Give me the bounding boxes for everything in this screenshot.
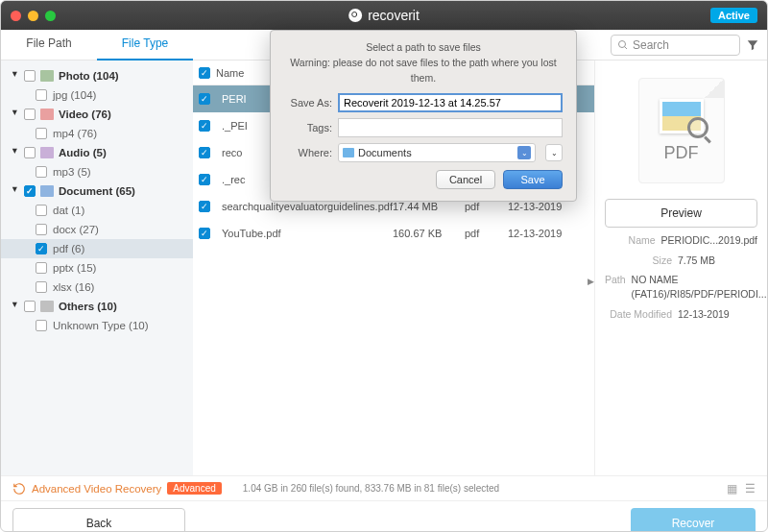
- row-checkbox[interactable]: ✓: [199, 201, 210, 212]
- row-checkbox[interactable]: ✓: [199, 93, 210, 105]
- save-dialog: Select a path to save files Warning: ple…: [270, 30, 577, 202]
- preview-panel: PDF Preview NamePERIODIC...2019.pdf Size…: [594, 60, 767, 475]
- brand-name: recoverit: [368, 8, 420, 23]
- where-select[interactable]: Documents ⌄: [338, 143, 536, 162]
- sidebar-cat-audio[interactable]: ▸Audio (5): [1, 143, 193, 162]
- sidebar-cat-others[interactable]: ▸Others (10): [1, 297, 193, 316]
- sidebar-cat-document[interactable]: ▸✓Document (65): [1, 181, 193, 201]
- status-text: 1.04 GB in 260 file(s) found, 833.76 MB …: [243, 483, 499, 494]
- row-checkbox[interactable]: ✓: [199, 174, 210, 185]
- license-badge[interactable]: Active: [710, 8, 757, 23]
- recover-button[interactable]: Recover: [631, 508, 756, 533]
- sidebar-item-jpg[interactable]: jpg (104): [1, 85, 193, 105]
- sidebar-item-dat[interactable]: dat (1): [1, 201, 193, 220]
- tab-file-path[interactable]: File Path: [1, 29, 97, 60]
- filter-icon[interactable]: [746, 38, 759, 52]
- checkbox[interactable]: [24, 109, 36, 120]
- checkbox[interactable]: [36, 89, 47, 101]
- advanced-badge: Advanced: [167, 482, 221, 495]
- brand-logo-icon: [348, 9, 362, 22]
- checkbox[interactable]: [36, 281, 47, 293]
- checkbox[interactable]: [36, 224, 47, 235]
- others-icon: [40, 301, 54, 312]
- svg-line-1: [625, 46, 628, 49]
- select-all-checkbox[interactable]: ✓: [199, 67, 210, 79]
- file-thumbnail: PDF: [605, 68, 757, 193]
- expand-preview-icon[interactable]: ▶: [586, 272, 595, 291]
- row-checkbox[interactable]: ✓: [199, 228, 210, 239]
- tags-input[interactable]: [338, 118, 563, 137]
- tab-file-type[interactable]: File Type: [97, 29, 193, 60]
- checkbox[interactable]: [24, 70, 36, 82]
- table-row[interactable]: ✓YouTube.pdf160.67 KBpdf12-13-2019: [193, 220, 594, 247]
- refresh-icon: [12, 482, 26, 496]
- chevron-down-icon: ▸: [11, 72, 20, 81]
- chevron-down-icon: ▸: [11, 187, 20, 196]
- sidebar-item-pdf[interactable]: ✓pdf (6): [1, 239, 193, 258]
- row-checkbox[interactable]: ✓: [199, 147, 210, 158]
- sidebar-cat-photo[interactable]: ▸Photo (104): [1, 66, 193, 85]
- checkbox[interactable]: [24, 301, 36, 312]
- svg-point-0: [619, 40, 626, 47]
- save-as-input[interactable]: [338, 93, 563, 112]
- checkbox[interactable]: ✓: [36, 243, 47, 254]
- row-checkbox[interactable]: ✓: [199, 120, 210, 132]
- sidebar-item-pptx[interactable]: pptx (15): [1, 258, 193, 278]
- chevron-down-icon: ▸: [11, 149, 20, 157]
- checkbox[interactable]: [36, 128, 47, 139]
- sidebar-item-mp4[interactable]: mp4 (76): [1, 124, 193, 143]
- photo-icon: [40, 70, 54, 82]
- dialog-header: Select a path to save files Warning: ple…: [284, 40, 563, 85]
- checkbox[interactable]: [36, 166, 47, 178]
- sidebar-item-unknown[interactable]: Unknown Type (10): [1, 316, 193, 335]
- filter-tabs: File Path File Type: [1, 29, 193, 60]
- expand-location-button[interactable]: ⌄: [545, 144, 563, 161]
- back-button[interactable]: Back: [12, 508, 185, 533]
- audio-icon: [40, 147, 54, 158]
- cancel-button[interactable]: Cancel: [436, 170, 495, 189]
- close-icon[interactable]: [11, 11, 21, 21]
- search-icon: [617, 39, 629, 51]
- grid-view-icon[interactable]: ▦: [727, 482, 737, 496]
- bottom-bar: Back Recover: [1, 500, 767, 532]
- minimize-icon[interactable]: [28, 11, 38, 21]
- checkbox[interactable]: [36, 205, 47, 216]
- sidebar-item-docx[interactable]: docx (27): [1, 220, 193, 239]
- save-button[interactable]: Save: [503, 170, 563, 189]
- window-controls: [11, 11, 56, 21]
- meta-date: 12-13-2019: [678, 307, 757, 322]
- sidebar: ▸Photo (104) jpg (104) ▸Video (76) mp4 (…: [1, 60, 193, 475]
- meta-name: PERIODIC...2019.pdf: [661, 233, 757, 248]
- title-bar: recoverit Active: [1, 1, 767, 30]
- chevron-down-icon: ▸: [11, 110, 20, 119]
- search-area: Search: [611, 35, 759, 56]
- video-icon: [40, 109, 54, 120]
- meta-path: NO NAME (FAT16)/RI85/PDF/PERIODI...: [632, 273, 767, 301]
- document-icon: [40, 185, 54, 197]
- dropdown-caret-icon: ⌄: [517, 146, 531, 159]
- maximize-icon[interactable]: [45, 11, 56, 21]
- checkbox[interactable]: [36, 262, 47, 274]
- checkbox[interactable]: [24, 147, 36, 158]
- search-input[interactable]: Search: [611, 35, 740, 56]
- checkbox[interactable]: ✓: [24, 185, 36, 197]
- preview-button[interactable]: Preview: [605, 199, 757, 228]
- meta-size: 7.75 MB: [678, 254, 757, 268]
- checkbox[interactable]: [36, 320, 47, 331]
- sidebar-item-mp3[interactable]: mp3 (5): [1, 162, 193, 181]
- chevron-down-icon: ▸: [11, 302, 20, 311]
- sidebar-cat-video[interactable]: ▸Video (76): [1, 105, 193, 124]
- magnifier-icon: [687, 117, 708, 138]
- status-bar: Advanced Video Recovery Advanced 1.04 GB…: [1, 475, 767, 500]
- advanced-video-recovery-link[interactable]: Advanced Video Recovery Advanced: [12, 482, 222, 496]
- list-view-icon[interactable]: ☰: [745, 482, 756, 496]
- folder-icon: [343, 148, 354, 157]
- app-brand: recoverit: [348, 8, 420, 23]
- sidebar-item-xlsx[interactable]: xlsx (16): [1, 278, 193, 297]
